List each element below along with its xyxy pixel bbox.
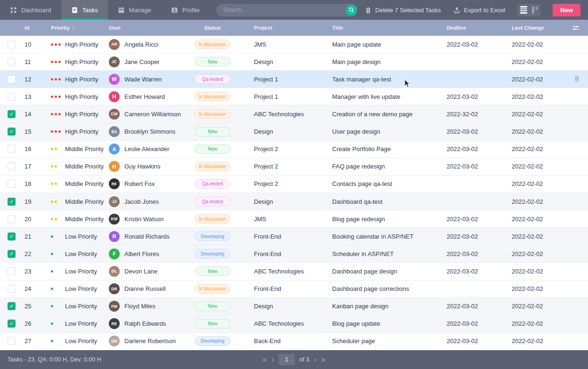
table-row[interactable]: 23 Low Priority DL Devon Lane New ABC Te… bbox=[0, 263, 588, 280]
cell-user: FM Floyd Miles bbox=[106, 301, 188, 312]
table-row[interactable]: ✓ 21 Low Priority R Ronald Richards Deve… bbox=[0, 228, 588, 245]
priority-label: High Priority bbox=[65, 111, 98, 118]
search-input[interactable] bbox=[216, 4, 358, 16]
list-view-button[interactable] bbox=[520, 6, 527, 14]
tab-label: Manage bbox=[129, 7, 151, 14]
table-row[interactable]: ✓ 26 Low Priority RE Ralph Edwards New A… bbox=[0, 315, 588, 333]
priority-dots bbox=[51, 253, 61, 255]
nav-tabs: Dashboard Tasks Manage Profile bbox=[0, 0, 210, 20]
row-checkbox[interactable]: ✓ bbox=[8, 128, 16, 136]
row-checkbox[interactable] bbox=[8, 145, 16, 153]
tab-profile[interactable]: Profile bbox=[161, 0, 210, 20]
cell-title: Scheduler in ASP/NET bbox=[315, 250, 443, 257]
row-checkbox[interactable]: ✓ bbox=[8, 233, 16, 241]
new-task-button[interactable]: New bbox=[553, 4, 580, 16]
priority-dots bbox=[51, 340, 61, 342]
table-row[interactable]: 11 High Priority JC Jane Cooper New Desi… bbox=[0, 53, 588, 71]
row-checkbox[interactable] bbox=[8, 337, 16, 345]
priority-dots bbox=[51, 113, 61, 115]
cell-title: FAQ page redesign bbox=[315, 163, 443, 170]
table-row[interactable]: ✓ 22 Low Priority F Albert Flores Develo… bbox=[0, 245, 588, 263]
header-user[interactable]: User bbox=[106, 25, 188, 31]
avatar: H bbox=[109, 161, 120, 172]
cell-user: JC Jane Cooper bbox=[106, 56, 188, 67]
cell-priority: Low Priority bbox=[45, 285, 106, 292]
header-id[interactable]: id bbox=[21, 25, 45, 31]
row-checkbox[interactable] bbox=[8, 93, 16, 101]
table-row[interactable]: ✓ 14 High Priority CW Cameron Williamson… bbox=[0, 105, 588, 123]
row-checkbox[interactable] bbox=[8, 267, 16, 275]
header-dedline[interactable]: Dedline bbox=[443, 25, 505, 31]
row-checkbox[interactable] bbox=[8, 285, 16, 293]
table-row[interactable]: 12 High Priority W Wade Warren Qa-tested… bbox=[0, 71, 588, 88]
first-page-button[interactable]: « bbox=[262, 356, 267, 363]
row-checkbox[interactable] bbox=[8, 40, 16, 48]
tab-tasks[interactable]: Tasks bbox=[61, 0, 108, 20]
cell-last-change: 2022-02-02 bbox=[505, 285, 567, 292]
cell-status: New bbox=[188, 144, 237, 154]
export-icon bbox=[453, 7, 460, 14]
search-button[interactable] bbox=[346, 5, 357, 16]
header-project[interactable]: Project bbox=[237, 25, 315, 31]
cell-status: Qa-tested bbox=[188, 179, 237, 189]
header-priority[interactable]: Priority ↑ bbox=[45, 24, 106, 31]
user-name: Esther Howard bbox=[124, 93, 165, 100]
table-row[interactable]: 17 Middle Priority H Guy Hawkins In disc… bbox=[0, 158, 588, 176]
cell-user: H Esther Howard bbox=[106, 91, 188, 102]
row-checkbox[interactable] bbox=[8, 58, 16, 66]
cell-priority: High Priority bbox=[45, 41, 106, 48]
row-checkbox[interactable]: ✓ bbox=[8, 320, 16, 328]
table-row[interactable]: 16 Middle Priority A Leslie Alexander Ne… bbox=[0, 141, 588, 158]
last-page-button[interactable]: » bbox=[321, 356, 326, 363]
table-row[interactable]: ✓ 25 Low Priority FM Floyd Miles New Des… bbox=[0, 298, 588, 315]
user-name: Guy Hawkins bbox=[124, 163, 161, 170]
row-checkbox[interactable] bbox=[8, 162, 16, 170]
cell-dedline: 2022-03-02 bbox=[443, 303, 505, 310]
priority-dots bbox=[51, 218, 61, 220]
row-checkbox[interactable] bbox=[8, 215, 16, 223]
row-checkbox[interactable] bbox=[8, 180, 16, 188]
delete-selected-button[interactable]: Delete 7 Selected Tasks bbox=[365, 7, 441, 14]
table-row[interactable]: 27 Low Priority DR Darlene Robertson Dev… bbox=[0, 333, 588, 350]
row-checkbox[interactable]: ✓ bbox=[8, 302, 16, 310]
export-excel-button[interactable]: Export to Excel bbox=[453, 7, 505, 14]
table-row[interactable]: 10 High Priority AR Angela Ricci In disc… bbox=[0, 36, 588, 53]
header-title[interactable]: Title bbox=[315, 25, 443, 31]
avatar: R bbox=[109, 231, 120, 242]
prev-page-button[interactable]: ‹ bbox=[271, 356, 274, 363]
current-page[interactable]: 1 bbox=[279, 354, 295, 365]
cell-title: Create Portfolio Page bbox=[315, 145, 443, 152]
cell-status: New bbox=[188, 127, 237, 136]
top-navbar: Dashboard Tasks Manage Profile bbox=[0, 0, 588, 20]
priority-dots bbox=[51, 148, 61, 150]
kanban-view-button[interactable] bbox=[532, 7, 538, 14]
row-checkbox[interactable]: ✓ bbox=[8, 250, 16, 258]
next-page-button[interactable]: › bbox=[314, 356, 316, 363]
tab-manage[interactable]: Manage bbox=[108, 0, 161, 20]
table-row[interactable]: 20 Middle Priority KW Kristin Watson In … bbox=[0, 210, 588, 228]
priority-label: Low Priority bbox=[65, 320, 97, 327]
cell-checkbox bbox=[0, 40, 21, 48]
table-row[interactable]: 13 High Priority H Esther Howard In disc… bbox=[0, 88, 588, 105]
row-checkbox[interactable]: ✓ bbox=[8, 198, 16, 206]
trash-icon bbox=[573, 75, 580, 82]
cell-last-change: 2022-02-02 bbox=[505, 250, 567, 257]
status-badge: New bbox=[195, 127, 230, 136]
table-row[interactable]: ✓ 15 High Priority BS Brooklyn Simmons N… bbox=[0, 123, 588, 141]
row-delete-button[interactable] bbox=[573, 75, 580, 84]
table-row[interactable]: ✓ 19 Middle Priority JJ Jacob Jones Qa-t… bbox=[0, 193, 588, 210]
row-checkbox[interactable] bbox=[8, 75, 16, 83]
cell-priority: Low Priority bbox=[45, 233, 106, 240]
header-column-settings[interactable] bbox=[567, 25, 588, 31]
cell-user: CW Cameron Williamson bbox=[106, 109, 188, 120]
new-task-label: New bbox=[560, 7, 573, 14]
table-row[interactable]: 24 Low Priority DR Dianne Russell In dis… bbox=[0, 281, 588, 298]
priority-dots bbox=[51, 96, 61, 98]
table-row[interactable]: 18 Middle Priority RF Robert Fox Qa-test… bbox=[0, 176, 588, 193]
tab-dashboard[interactable]: Dashboard bbox=[0, 0, 61, 20]
header-last-change[interactable]: Last Change bbox=[505, 25, 567, 31]
cell-user: RE Ralph Edwards bbox=[106, 318, 188, 329]
cell-priority: Middle Priority bbox=[45, 163, 106, 170]
row-checkbox[interactable]: ✓ bbox=[8, 110, 16, 118]
header-status[interactable]: Status bbox=[188, 25, 237, 31]
